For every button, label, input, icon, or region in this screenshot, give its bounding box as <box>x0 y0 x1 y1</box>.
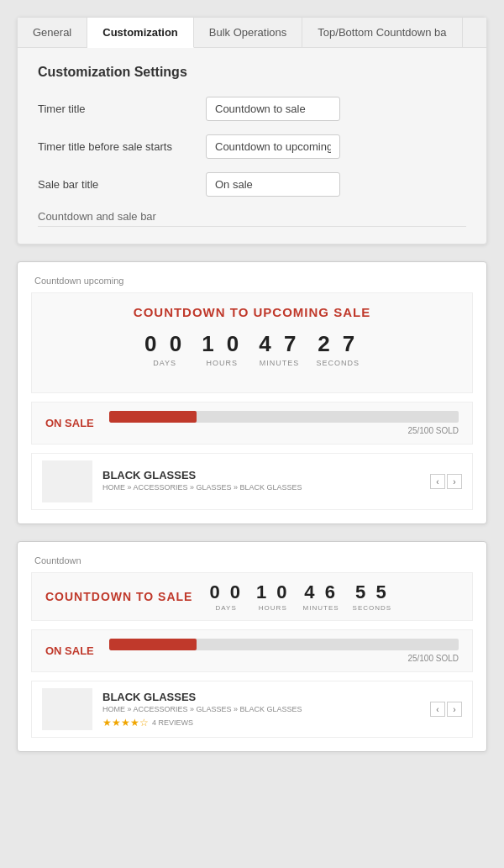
timer-title-label: Timer title <box>38 103 206 115</box>
sale-heading: COUNTDOWN TO SALE <box>45 590 192 603</box>
preview-upcoming-panel: Countdown upcoming COUNTDOWN TO UPCOMING… <box>17 261 487 524</box>
days-unit: 0 0 DAYS <box>144 331 185 367</box>
tab-top-bottom[interactable]: Top/Bottom Countdown ba <box>302 18 462 47</box>
sale-sold-text: 25/100 SOLD <box>407 654 459 663</box>
sale-seconds-digits: 5 5 <box>355 581 389 603</box>
sale-minutes-label: MINUTES <box>303 604 339 612</box>
timer-title-row: Timer title <box>38 97 466 121</box>
hours-unit: 1 0 HOURS <box>202 331 242 367</box>
sale-product-info: BLACK GLASSES HOME » ACCESSORIES » GLASS… <box>102 691 430 729</box>
sale-timer: 0 0 DAYS 1 0 HOURS 4 6 MINUTES 5 5 SECON… <box>209 581 391 612</box>
sale-product-nav: ‹ › <box>430 702 462 717</box>
upcoming-product-breadcrumb: HOME » ACCESSORIES » GLASSES » BLACK GLA… <box>102 483 430 492</box>
days-label: DAYS <box>153 359 176 367</box>
minutes-unit: 4 7 MINUTES <box>259 331 299 367</box>
sale-bar-title-input[interactable] <box>206 172 340 197</box>
sale-countdown-row: COUNTDOWN TO SALE 0 0 DAYS 1 0 HOURS 4 6… <box>31 572 473 621</box>
upcoming-product-row: BLACK GLASSES HOME » ACCESSORIES » GLASS… <box>31 453 473 510</box>
preview-upcoming-label: Countdown upcoming <box>31 276 473 286</box>
sale-prev-arrow[interactable]: ‹ <box>430 702 445 717</box>
seconds-label: SECONDS <box>316 359 360 367</box>
sale-product-thumb <box>42 688 92 730</box>
sale-progress-bar-inner <box>109 639 197 650</box>
preview-sale-label: Countdown <box>31 555 473 566</box>
sale-hours-digits: 1 0 <box>256 581 290 603</box>
sale-days-digits: 0 0 <box>209 581 243 603</box>
sale-product-name: BLACK GLASSES <box>102 691 430 703</box>
sale-stars: ★★★★☆ <box>102 717 149 729</box>
sale-hours-unit: 1 0 HOURS <box>256 581 290 612</box>
hours-label: HOURS <box>206 359 238 367</box>
sale-minutes-digits: 4 6 <box>304 581 338 603</box>
seconds-unit: 2 7 SECONDS <box>316 331 360 367</box>
sale-on-sale-label: ON SALE <box>45 644 96 657</box>
days-digits: 0 0 <box>144 331 185 357</box>
prev-arrow[interactable]: ‹ <box>430 474 445 489</box>
upcoming-progress-bar-inner <box>109 411 197 423</box>
sale-next-arrow[interactable]: › <box>447 702 462 717</box>
seconds-digits: 2 7 <box>318 331 358 357</box>
tab-bulk-operations[interactable]: Bulk Operations <box>194 18 303 47</box>
upcoming-on-sale-label: ON SALE <box>45 417 96 429</box>
timer-title-before-label: Timer title before sale starts <box>38 140 206 153</box>
timer-title-before-row: Timer title before sale starts <box>38 134 466 159</box>
upcoming-timer: 0 0 DAYS 1 0 HOURS 4 7 MINUTES 2 7 SECON… <box>45 331 459 367</box>
sale-bar-title-label: Sale bar title <box>38 178 206 191</box>
sale-progress-container: 25/100 SOLD <box>109 639 459 663</box>
sale-bar-row: ON SALE 25/100 SOLD <box>31 629 473 672</box>
section-label: Countdown and sale bar <box>38 210 466 227</box>
settings-body: Customization Settings Timer title Timer… <box>18 48 486 244</box>
settings-panel: General Customization Bulk Operations To… <box>17 17 487 245</box>
sale-days-label: DAYS <box>216 604 237 612</box>
upcoming-sale-bar-row: ON SALE 25/100 SOLD <box>31 402 473 445</box>
upcoming-progress-container: 25/100 SOLD <box>109 411 459 435</box>
upcoming-product-name: BLACK GLASSES <box>102 469 430 481</box>
upcoming-product-nav: ‹ › <box>430 474 462 489</box>
settings-title: Customization Settings <box>38 65 466 80</box>
sale-product-row: BLACK GLASSES HOME » ACCESSORIES » GLASS… <box>31 681 473 738</box>
upcoming-product-info: BLACK GLASSES HOME » ACCESSORIES » GLASS… <box>102 469 430 495</box>
tab-customization[interactable]: Customization <box>87 18 194 48</box>
hours-digits: 1 0 <box>202 331 242 357</box>
minutes-label: MINUTES <box>260 359 300 367</box>
sale-seconds-label: SECONDS <box>353 604 392 612</box>
preview-sale-panel: Countdown COUNTDOWN TO SALE 0 0 DAYS 1 0… <box>17 541 487 752</box>
sale-bar-title-row: Sale bar title <box>38 172 466 197</box>
timer-title-input[interactable] <box>206 97 340 121</box>
upcoming-product-thumb <box>42 460 92 502</box>
sale-progress-bar-outer <box>109 639 459 650</box>
minutes-digits: 4 7 <box>259 331 299 357</box>
tab-general[interactable]: General <box>18 18 87 47</box>
timer-title-before-input[interactable] <box>206 134 340 159</box>
upcoming-progress-bar-outer <box>109 411 459 423</box>
sale-minutes-unit: 4 6 MINUTES <box>303 581 339 612</box>
sale-hours-label: HOURS <box>259 604 287 612</box>
sale-product-breadcrumb: HOME » ACCESSORIES » GLASSES » BLACK GLA… <box>102 705 430 713</box>
next-arrow[interactable]: › <box>447 474 462 489</box>
sale-seconds-unit: 5 5 SECONDS <box>353 581 392 612</box>
sale-days-unit: 0 0 DAYS <box>209 581 243 612</box>
upcoming-sold-text: 25/100 SOLD <box>407 426 459 435</box>
tabs-bar: General Customization Bulk Operations To… <box>18 18 486 48</box>
upcoming-heading: COUNTDOWN TO UPCOMING SALE <box>45 305 459 319</box>
sale-reviews: 4 REVIEWS <box>152 718 193 727</box>
